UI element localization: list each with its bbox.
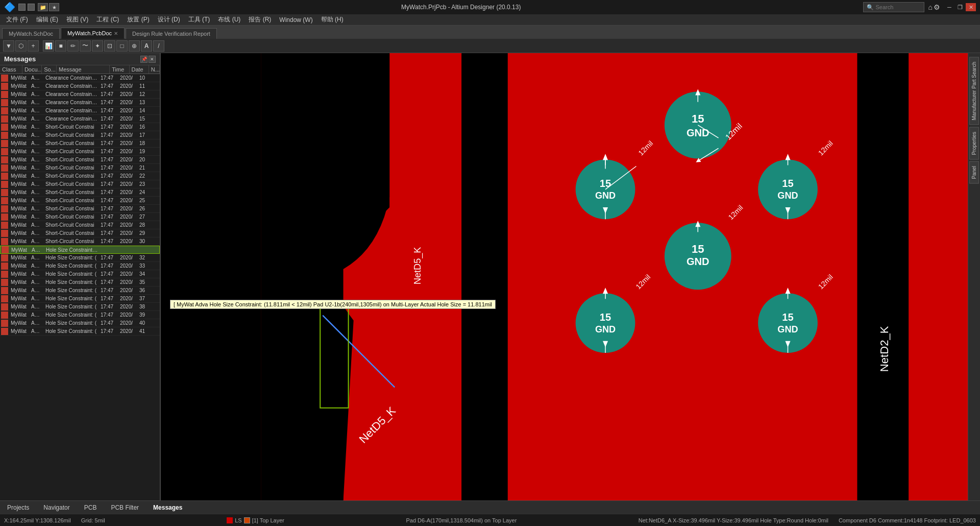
- close-button[interactable]: ✕: [966, 3, 976, 11]
- tab-navigator[interactable]: Navigator: [38, 503, 75, 513]
- toolbar-rect[interactable]: ■: [55, 40, 66, 52]
- menu-item-h[interactable]: 帮助 (H): [317, 14, 348, 25]
- message-row[interactable]: MyWatAdvaHole Size Constraint: (17:47202…: [0, 254, 160, 262]
- message-row[interactable]: MyWatAdvaShort-Circuit Constrai17:472020…: [0, 156, 160, 164]
- restore-button[interactable]: ❐: [955, 3, 965, 11]
- message-row[interactable]: MyWatAdvaShort-Circuit Constrai17:472020…: [0, 221, 160, 229]
- message-row[interactable]: MyWatAdvaHole Size Constraint: (17:47202…: [0, 278, 160, 286]
- message-row[interactable]: MyWatAdvaClearance Constraint: (17:47202…: [0, 82, 160, 90]
- message-row[interactable]: MyWatAdvaShort-Circuit Constrai17:472020…: [0, 172, 160, 180]
- message-cell: 40: [138, 320, 148, 326]
- menu-item-r[interactable]: 报告 (R): [244, 14, 275, 25]
- main-layout: Messages 📌 ✕ Class Docu... So... Message…: [0, 53, 980, 500]
- menu-item-windoww[interactable]: Window (W): [275, 15, 316, 25]
- message-row[interactable]: MyWatAdvaClearance Constraint: (17:47202…: [0, 99, 160, 107]
- toolbar-line[interactable]: /: [153, 40, 164, 52]
- menu-item-t[interactable]: 工具 (T): [184, 14, 214, 25]
- message-row[interactable]: MyWatAdvaShort-Circuit Constrai17:472020…: [0, 188, 160, 197]
- menu-item-p[interactable]: 放置 (P): [123, 14, 153, 25]
- title-bar: 🔷 📁 ★ MyWatch.PrjPcb - Altium Designer (…: [0, 0, 980, 14]
- tab-pcb[interactable]: PCB: [79, 503, 102, 513]
- message-row[interactable]: MyWatAdvaHole Size Constraint: (17:47202…: [0, 295, 160, 303]
- toolbar-pencil[interactable]: ✏: [67, 40, 79, 52]
- message-row[interactable]: MyWatAdvaClearance Constraint: (17:47202…: [0, 90, 160, 99]
- tab-mywatchschdoc[interactable]: MyWatch.SchDoc: [2, 28, 60, 39]
- panel-pin-button[interactable]: 📌: [140, 56, 148, 63]
- message-row[interactable]: MyWatAdvaShort-Circuit Constrai17:472020…: [0, 229, 160, 237]
- layer-indicator: LS [1] Top Layer: [227, 517, 284, 523]
- message-row[interactable]: MyWatAdvaShort-Circuit Constrai17:472020…: [0, 237, 160, 246]
- tab-pcb-filter[interactable]: PCB Filter: [106, 503, 144, 513]
- message-row[interactable]: MyWatAdvaClearance Constraint: (17:47202…: [0, 115, 160, 123]
- toolbar-icon-3[interactable]: 📁: [38, 3, 48, 11]
- message-row[interactable]: MyWatAdvaShort-Circuit Constrai17:472020…: [0, 213, 160, 221]
- search-box[interactable]: 🔍: [863, 2, 924, 12]
- message-row[interactable]: MyWatAdvaShort-Circuit Constrai17:472020…: [0, 131, 160, 139]
- sidebar-tab-manufacturer[interactable]: Manufacturer Part Search: [969, 57, 979, 125]
- tab-messages[interactable]: Messages: [148, 503, 187, 513]
- tab-mywatchpcbdoc[interactable]: MyWatch.PcbDoc✕: [61, 28, 125, 39]
- tab-projects[interactable]: Projects: [2, 503, 34, 513]
- toolbar-icon-4[interactable]: ★: [49, 3, 59, 11]
- toolbar-wave[interactable]: 〜: [80, 40, 91, 52]
- message-row[interactable]: MyWatAdvaHole Size Constraint: (17:47202…: [0, 319, 160, 327]
- menu-item-d[interactable]: 设计 (D): [154, 14, 184, 25]
- search-icon: 🔍: [867, 4, 874, 11]
- message-row[interactable]: MyWatAdvaHole Size Constraint: (17:47202…: [0, 286, 160, 295]
- message-cell: 23: [138, 181, 148, 187]
- message-icon: [1, 213, 8, 221]
- message-row[interactable]: MyWatAdvaShort-Circuit Constrai17:472020…: [0, 148, 160, 156]
- toolbar-sq[interactable]: □: [116, 40, 128, 52]
- toolbar-filter[interactable]: ▼: [3, 40, 14, 52]
- menu-item-e[interactable]: 编辑 (E): [32, 14, 62, 25]
- message-icon: [1, 271, 8, 278]
- toolbar-a[interactable]: A: [141, 40, 152, 52]
- message-cell: 17: [138, 132, 148, 138]
- message-row[interactable]: MyWatAdvaShort-Circuit Constrai17:472020…: [0, 139, 160, 148]
- toolbar-plus[interactable]: +: [28, 40, 39, 52]
- message-row[interactable]: MyWatAdvaHole Size Constraint: (11.811mi…: [0, 246, 160, 254]
- toolbar-star[interactable]: ✦: [92, 40, 103, 52]
- toolbar-comp[interactable]: ⊡: [104, 40, 115, 52]
- message-row[interactable]: MyWatAdvaShort-Circuit Constrai17:472020…: [0, 164, 160, 172]
- pcb-canvas-area[interactable]: [ MyWat Adva Hole Size Constraint: (11.8…: [161, 53, 968, 500]
- message-row[interactable]: MyWatAdvaShort-Circuit Constrai17:472020…: [0, 123, 160, 131]
- minimize-button[interactable]: ─: [944, 3, 954, 11]
- message-row[interactable]: MyWatAdvaHole Size Constraint: (17:47202…: [0, 311, 160, 319]
- col-time: Time: [110, 65, 129, 74]
- message-row[interactable]: MyWatAdvaShort-Circuit Constrai17:472020…: [0, 205, 160, 213]
- messages-list[interactable]: MyWatAdvaClearance Constraint: (17:47202…: [0, 74, 160, 500]
- search-input[interactable]: [876, 4, 917, 10]
- sidebar-tab-panel[interactable]: Panel: [969, 161, 979, 184]
- message-row[interactable]: MyWatAdvaHole Size Constraint: (17:47202…: [0, 303, 160, 311]
- message-cell: Adva: [30, 173, 44, 179]
- svg-text:NetD5_K: NetD5_K: [412, 247, 423, 284]
- pcb-canvas[interactable]: 15 GND 15 GND 15 GND 15 GND 15 GND 15 GN…: [161, 53, 968, 500]
- panel-close-button[interactable]: ✕: [149, 56, 156, 63]
- menu-item-f[interactable]: 文件 (F): [2, 14, 32, 25]
- message-cell: 27: [138, 213, 148, 220]
- message-row[interactable]: MyWatAdvaClearance Constraint: (17:47202…: [0, 74, 160, 82]
- toolbar-chart[interactable]: 📊: [43, 40, 54, 52]
- message-cell: 22: [138, 173, 148, 179]
- app-icon-2[interactable]: [28, 4, 35, 11]
- app-icon-1[interactable]: [18, 4, 26, 11]
- message-row[interactable]: MyWatAdvaHole Size Constraint: (17:47202…: [0, 262, 160, 270]
- tab-close-icon[interactable]: ✕: [114, 31, 118, 36]
- tab-designruleverificationreport[interactable]: Design Rule Verification Report: [126, 28, 217, 39]
- home-icon[interactable]: ⌂: [928, 3, 933, 11]
- message-row[interactable]: MyWatAdvaClearance Constraint: (17:47202…: [0, 107, 160, 115]
- message-row[interactable]: MyWatAdvaShort-Circuit Constrai17:472020…: [0, 197, 160, 205]
- menu-item-c[interactable]: 工程 (C): [92, 14, 123, 25]
- message-row[interactable]: MyWatAdvaShort-Circuit Constrai17:472020…: [0, 180, 160, 188]
- toolbar: ▼ ⬡ + 📊 ■ ✏ 〜 ✦ ⊡ □ ⊕ A /: [0, 39, 980, 53]
- toolbar-zoom[interactable]: ⊕: [129, 40, 140, 52]
- menu-item-u[interactable]: 布线 (U): [214, 14, 244, 25]
- message-row[interactable]: MyWatAdvaHole Size Constraint: (17:47202…: [0, 270, 160, 278]
- sidebar-tab-properties[interactable]: Properties: [969, 127, 979, 160]
- toolbar-net[interactable]: ⬡: [15, 40, 27, 52]
- message-cell: Adva: [30, 91, 44, 98]
- message-row[interactable]: MyWatAdvaHole Size Constraint: (17:47202…: [0, 327, 160, 336]
- settings-icon[interactable]: ⚙: [934, 3, 940, 11]
- menu-item-v[interactable]: 视图 (V): [62, 14, 92, 25]
